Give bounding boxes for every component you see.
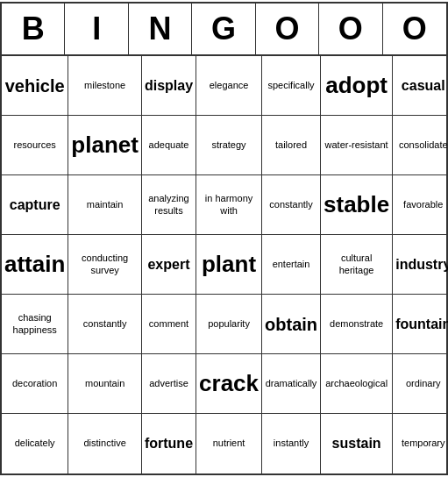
cell-r4-c4: obtain [262,295,321,354]
cell-r3-c1: conducting survey [68,235,142,295]
cell-r3-c2: expert [142,235,196,295]
cell-r5-c4: dramatically [262,354,321,414]
header-cell-I: I [65,4,128,54]
cell-r1-c4: tailored [262,116,321,175]
cell-r3-c3: plant [196,235,262,295]
cell-r2-c4: constantly [262,175,321,235]
cell-r6-c5: sustain [321,414,393,473]
header-cell-G: G [192,4,255,54]
cell-r2-c5: stable [321,175,393,235]
cell-r2-c2: analyzing results [142,175,196,235]
cell-r0-c4: specifically [262,56,321,116]
cell-r1-c2: adequate [142,116,196,175]
cell-r1-c1: planet [68,116,142,175]
cell-r4-c6: fountain [393,295,448,354]
cell-r3-c5: cultural heritage [321,235,393,295]
cell-r6-c3: nutrient [196,414,262,473]
cell-r0-c0: vehicle [2,56,68,116]
header-cell-O: O [383,4,446,54]
cell-r2-c6: favorable [393,175,448,235]
cell-r2-c3: in harmony with [196,175,262,235]
cell-r4-c0: chasing happiness [2,295,68,354]
cell-r5-c0: decoration [2,354,68,414]
cell-r4-c1: constantly [68,295,142,354]
header-row: BINGOOO [2,4,446,56]
cell-r6-c6: temporary [393,414,448,473]
cell-r0-c6: casual [393,56,448,116]
cell-r5-c6: ordinary [393,354,448,414]
cell-r4-c2: comment [142,295,196,354]
header-cell-B: B [2,4,65,54]
bingo-card: BINGOOO vehiclemilestonedisplayelegances… [0,2,448,475]
cell-r1-c6: consolidate [393,116,448,175]
cell-r3-c6: industry [393,235,448,295]
grid: vehiclemilestonedisplayelegancespecifica… [2,56,446,473]
cell-r5-c5: archaeological [321,354,393,414]
cell-r6-c2: fortune [142,414,196,473]
cell-r0-c2: display [142,56,196,116]
cell-r1-c5: water-resistant [321,116,393,175]
cell-r3-c4: entertain [262,235,321,295]
cell-r0-c3: elegance [196,56,262,116]
cell-r6-c4: instantly [262,414,321,473]
cell-r5-c1: mountain [68,354,142,414]
header-cell-N: N [129,4,192,54]
cell-r4-c3: popularity [196,295,262,354]
header-cell-O: O [319,4,382,54]
cell-r5-c3: crack [196,354,262,414]
cell-r0-c1: milestone [68,56,142,116]
cell-r2-c0: capture [2,175,68,235]
header-cell-O: O [256,4,319,54]
cell-r3-c0: attain [2,235,68,295]
cell-r1-c0: resources [2,116,68,175]
cell-r2-c1: maintain [68,175,142,235]
cell-r6-c1: distinctive [68,414,142,473]
cell-r5-c2: advertise [142,354,196,414]
cell-r0-c5: adopt [321,56,393,116]
cell-r1-c3: strategy [196,116,262,175]
cell-r4-c5: demonstrate [321,295,393,354]
cell-r6-c0: delicately [2,414,68,473]
